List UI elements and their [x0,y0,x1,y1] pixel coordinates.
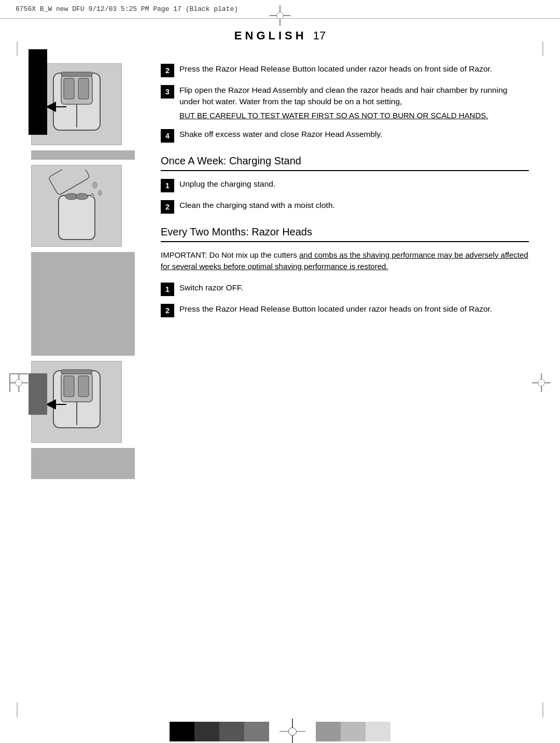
bottom-crosshair [279,719,305,744]
trim-mark-br [542,703,543,717]
color-swatches-right [316,722,390,741]
svg-point-12 [93,182,97,188]
etm-step-2-text: Press the Razor Head Release Button loca… [179,303,492,315]
svg-point-14 [91,193,94,198]
color-swatches-left [170,722,269,741]
trim-mark-tl-v [17,41,18,56]
color-swatch-light-mid [316,722,341,741]
step-num-3: 3 [161,85,174,99]
step-num-4: 4 [161,129,174,143]
once-a-week-section: Once A Week: Charging Stand [161,155,529,171]
illustration-2 [31,165,122,247]
once-step-2-text: Clean the charging stand with a moist cl… [179,200,335,211]
every-two-months-title: Every Two Months: Razor Heads [161,226,529,238]
step-3-warning: BUT BE CAREFUL TO TEST WATER FIRST SO AS… [179,110,529,121]
etm-step-num-1: 1 [161,283,174,296]
svg-rect-9 [48,170,90,195]
section-divider-line-2 [161,241,529,242]
every-two-months-section: Every Two Months: Razor Heads [161,226,529,242]
svg-rect-18 [78,376,89,397]
important-prefix: IMPORTANT: Do Not mix up the cutters [161,250,297,259]
svg-rect-3 [78,78,89,99]
step-4-text: Shake off excess water and close Razor H… [179,129,382,140]
svg-rect-17 [64,376,74,397]
step-3-text: Flip open the Razor Head Assembly and cl… [179,85,529,108]
etm-step-1-text: Switch razor OFF. [179,282,243,293]
color-swatch-very-light [366,722,390,741]
important-text: IMPORTANT: Do Not mix up the cutters and… [161,249,529,273]
page-number: 17 [313,29,326,42]
trim-mark-bl-v [17,703,18,717]
language-header: ENGLISH17 [31,29,529,43]
right-content: 2 Press the Razor Head Release Button lo… [145,63,529,356]
once-step-num-1: 1 [161,179,174,192]
side-crosshair-left [9,373,28,392]
gray-panel-mid [31,252,135,356]
step-num-2a: 2 [161,64,174,77]
color-swatch-mid [244,722,269,741]
step-3-content: Flip open the Razor Head Assembly and cl… [179,85,529,121]
svg-rect-8 [59,195,95,240]
once-step-1-block: 1 Unplug the charging stand. [161,178,529,192]
etm-step-2-block: 2 Press the Razor Head Release Button lo… [161,303,529,317]
bottom-color-bar [0,720,560,743]
registration-mark-left-top [29,49,47,135]
gray-panel-bottom [31,448,135,479]
svg-rect-7 [61,72,92,76]
color-swatch-mid-dark [219,722,244,741]
registration-mark-left-mid [29,373,47,415]
main-content: 2 Press the Razor Head Release Button lo… [31,63,529,356]
color-swatch-black [170,722,194,741]
color-swatch-dark [194,722,219,741]
once-step-num-2: 2 [161,200,174,214]
trim-mark-tr [542,41,543,56]
step-4-block: 4 Shake off excess water and close Razor… [161,129,529,143]
side-crosshair-right [532,373,551,392]
language-title: ENGLISH [234,29,307,42]
svg-point-11 [76,193,88,200]
once-step-1-text: Unplug the charging stand. [179,178,275,190]
left-column [31,63,145,356]
once-step-2-block: 2 Clean the charging stand with a moist … [161,200,529,214]
step-2-text: Press the Razor Head Release Button loca… [179,63,492,75]
step-2-block: 2 Press the Razor Head Release Button lo… [161,63,529,77]
section-divider-line-1 [161,170,529,171]
gray-divider-1 [31,150,135,160]
svg-rect-2 [64,78,74,99]
once-a-week-title: Once A Week: Charging Stand [161,155,529,167]
etm-step-num-2: 2 [161,304,174,317]
svg-point-13 [99,190,102,195]
important-block: IMPORTANT: Do Not mix up the cutters and… [161,249,529,273]
color-swatch-light [341,722,366,741]
svg-rect-22 [61,370,92,374]
step-3-block: 3 Flip open the Razor Head Assembly and … [161,85,529,121]
etm-step-1-block: 1 Switch razor OFF. [161,282,529,296]
